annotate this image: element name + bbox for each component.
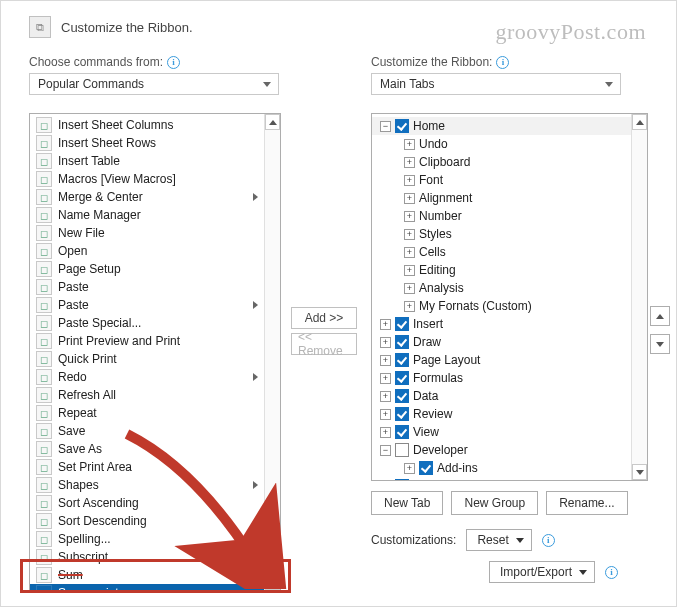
tree-checkbox[interactable] — [395, 479, 409, 481]
expand-icon[interactable]: + — [404, 193, 415, 204]
command-list[interactable]: ◻Insert Sheet Columns◻Insert Sheet Rows◻… — [29, 113, 281, 591]
reset-button[interactable]: Reset — [466, 529, 531, 551]
tree-node[interactable]: −Developer — [372, 441, 631, 459]
expand-icon[interactable]: + — [404, 211, 415, 222]
add-button[interactable]: Add >> — [291, 307, 357, 329]
expand-icon[interactable]: + — [404, 175, 415, 186]
command-item[interactable]: ◻Sum — [30, 566, 264, 584]
tree-checkbox[interactable] — [395, 119, 409, 133]
command-item[interactable]: ◻Repeat — [30, 404, 264, 422]
command-item[interactable]: ◻Open — [30, 242, 264, 260]
tree-node[interactable]: +View — [372, 423, 631, 441]
command-item[interactable]: ◻Refresh All — [30, 386, 264, 404]
command-item[interactable]: ◻Paste — [30, 278, 264, 296]
command-item[interactable]: ◻Spelling... — [30, 530, 264, 548]
tree-node[interactable]: +Formulas — [372, 369, 631, 387]
expand-icon[interactable]: + — [404, 247, 415, 258]
tree-node[interactable]: +Add-ins — [372, 459, 631, 477]
tree-node[interactable]: +Alignment — [372, 189, 631, 207]
command-item[interactable]: ◻Macros [View Macros] — [30, 170, 264, 188]
command-item[interactable]: ◻Quick Print — [30, 350, 264, 368]
expand-icon[interactable]: + — [404, 157, 415, 168]
command-item[interactable]: ◻Sort Ascending — [30, 494, 264, 512]
tree-checkbox[interactable] — [419, 461, 433, 475]
tree-node[interactable]: +Editing — [372, 261, 631, 279]
command-item[interactable]: ◻Merge & Center — [30, 188, 264, 206]
tree-node[interactable]: +Draw — [372, 333, 631, 351]
tree-checkbox[interactable] — [395, 443, 409, 457]
expand-icon[interactable]: + — [404, 229, 415, 240]
expand-icon[interactable]: + — [380, 427, 391, 438]
expand-icon[interactable]: + — [404, 463, 415, 474]
new-tab-button[interactable]: New Tab — [371, 491, 443, 515]
command-item[interactable]: ◻New File — [30, 224, 264, 242]
command-item[interactable]: ◻Print Preview and Print — [30, 332, 264, 350]
command-item[interactable]: ◻Save As — [30, 440, 264, 458]
tree-node[interactable]: +Cells — [372, 243, 631, 261]
customize-ribbon-combo[interactable]: Main Tabs — [371, 73, 621, 95]
collapse-icon[interactable]: − — [380, 445, 391, 456]
command-item[interactable]: ◻Superscript — [30, 584, 264, 591]
command-item[interactable]: ◻Sort Descending — [30, 512, 264, 530]
tree-node[interactable]: +Clipboard — [372, 153, 631, 171]
tree-checkbox[interactable] — [395, 317, 409, 331]
customize-ribbon-label: Customize the Ribbon: — [371, 55, 492, 69]
command-item[interactable]: ◻Paste — [30, 296, 264, 314]
info-icon[interactable]: i — [496, 56, 509, 69]
tree-node[interactable]: +Review — [372, 405, 631, 423]
expand-icon[interactable]: + — [380, 355, 391, 366]
expand-icon[interactable]: + — [380, 409, 391, 420]
rename-button[interactable]: Rename... — [546, 491, 627, 515]
new-group-button[interactable]: New Group — [451, 491, 538, 515]
expand-icon[interactable]: + — [404, 139, 415, 150]
choose-commands-combo[interactable]: Popular Commands — [29, 73, 279, 95]
expand-icon[interactable]: + — [380, 319, 391, 330]
tree-node[interactable]: +My Fornats (Custom) — [372, 297, 631, 315]
import-export-button[interactable]: Import/Export — [489, 561, 595, 583]
command-item[interactable]: ◻Name Manager — [30, 206, 264, 224]
expand-icon[interactable]: + — [404, 283, 415, 294]
command-item[interactable]: ◻Save — [30, 422, 264, 440]
tree-node[interactable]: +Help — [372, 477, 631, 481]
command-item[interactable]: ◻Subscript — [30, 548, 264, 566]
tree-node[interactable]: +Undo — [372, 135, 631, 153]
tree-node[interactable]: +Insert — [372, 315, 631, 333]
collapse-icon[interactable]: − — [380, 121, 391, 132]
tree-node[interactable]: +Styles — [372, 225, 631, 243]
ribbon-tree[interactable]: −Home+Undo+Clipboard+Font+Alignment+Numb… — [371, 113, 648, 481]
info-icon[interactable]: i — [605, 566, 618, 579]
tree-node[interactable]: −Home — [372, 117, 631, 135]
tree-node[interactable]: +Data — [372, 387, 631, 405]
tree-checkbox[interactable] — [395, 335, 409, 349]
ribbon-tree-scrollbar[interactable] — [631, 114, 647, 480]
expand-icon[interactable]: + — [404, 265, 415, 276]
expand-icon[interactable]: + — [380, 373, 391, 384]
tree-checkbox[interactable] — [395, 425, 409, 439]
tree-node[interactable]: +Analysis — [372, 279, 631, 297]
tree-checkbox[interactable] — [395, 371, 409, 385]
remove-button[interactable]: << Remove — [291, 333, 357, 355]
command-item[interactable]: ◻Insert Sheet Columns — [30, 116, 264, 134]
tree-checkbox[interactable] — [395, 389, 409, 403]
expand-icon[interactable]: + — [404, 301, 415, 312]
command-item[interactable]: ◻Set Print Area — [30, 458, 264, 476]
command-item[interactable]: ◻Insert Table — [30, 152, 264, 170]
info-icon[interactable]: i — [542, 534, 555, 547]
info-icon[interactable]: i — [167, 56, 180, 69]
expand-icon[interactable]: + — [380, 391, 391, 402]
expand-icon[interactable]: + — [380, 481, 391, 482]
command-item[interactable]: ◻Paste Special... — [30, 314, 264, 332]
move-down-button[interactable] — [650, 334, 670, 354]
tree-node[interactable]: +Page Layout — [372, 351, 631, 369]
move-up-button[interactable] — [650, 306, 670, 326]
tree-checkbox[interactable] — [395, 353, 409, 367]
tree-checkbox[interactable] — [395, 407, 409, 421]
command-item[interactable]: ◻Shapes — [30, 476, 264, 494]
command-list-scrollbar[interactable] — [264, 114, 280, 590]
expand-icon[interactable]: + — [380, 337, 391, 348]
command-item[interactable]: ◻Insert Sheet Rows — [30, 134, 264, 152]
command-item[interactable]: ◻Page Setup — [30, 260, 264, 278]
command-item[interactable]: ◻Redo — [30, 368, 264, 386]
tree-node[interactable]: +Number — [372, 207, 631, 225]
tree-node[interactable]: +Font — [372, 171, 631, 189]
